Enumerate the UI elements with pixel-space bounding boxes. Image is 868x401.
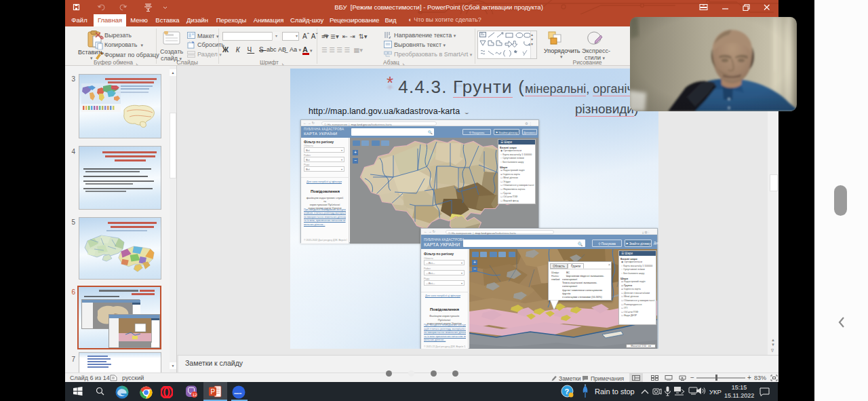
svg-text:P: P	[211, 388, 216, 396]
svg-text:?: ?	[565, 387, 570, 396]
svg-text:zoom: zoom	[234, 392, 241, 395]
svg-text:12: 12	[193, 393, 197, 397]
